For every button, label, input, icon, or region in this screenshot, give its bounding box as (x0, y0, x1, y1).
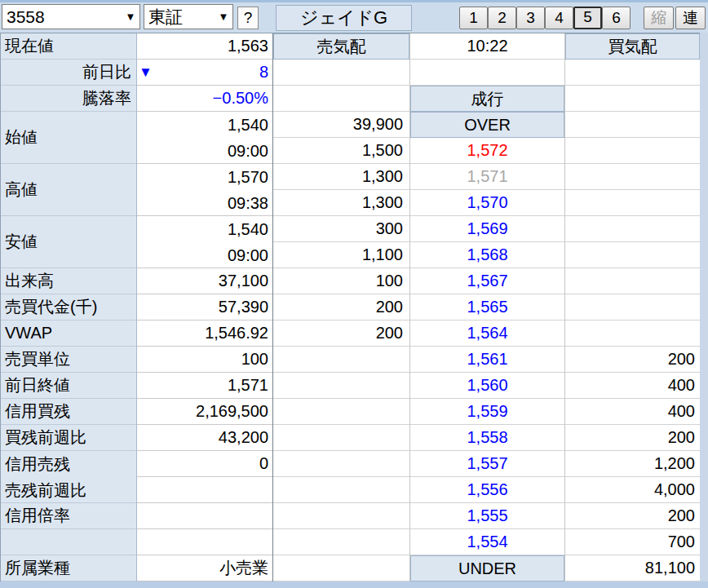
bid-price[interactable]: 1,555 (410, 503, 564, 529)
shrink-button[interactable]: 縮 (644, 7, 674, 29)
bid-qty[interactable]: 400 (565, 399, 700, 425)
quote-board: 現在値 前日比 騰落率 始値 高値 安値 出来高 売買代金(千) VWAP 売買… (0, 33, 700, 581)
bid-price[interactable]: 1,554 (410, 529, 564, 555)
label-margin-buy-wow: 買残前週比 (1, 425, 136, 451)
ask-qty[interactable]: 100 (273, 268, 409, 294)
market-value: 東証 (144, 6, 215, 29)
market-order-cell[interactable]: 成行 (410, 86, 564, 112)
bid-price[interactable]: 1,561 (410, 347, 564, 373)
window-bottom-edge (0, 581, 708, 588)
ask-price[interactable]: 1,572 (410, 138, 564, 164)
ask-price[interactable]: 1,565 (410, 294, 564, 321)
bid-qty[interactable]: 200 (565, 347, 700, 373)
label-low: 安値 (1, 216, 136, 268)
stock-name: ジェイドG (276, 5, 412, 31)
ask-price[interactable]: 1,568 (410, 242, 564, 268)
ask-qty[interactable]: 1,300 (273, 164, 409, 190)
value-turnover: 57,390 (137, 294, 272, 321)
label-margin-sell-group: 信用売残 売残前週比 (1, 451, 136, 503)
sell-empty (273, 425, 409, 451)
page-button-1[interactable]: 1 (459, 7, 488, 29)
sell-empty (273, 529, 409, 555)
page-button-5-active[interactable]: 5 (573, 7, 602, 29)
ask-price[interactable]: 1,567 (410, 268, 564, 294)
value-current-price: 1,563 (137, 33, 272, 60)
value-lot-size: 100 (137, 347, 272, 373)
chevron-down-icon: ▼ (215, 5, 232, 29)
value-change: ▼ 8 (137, 60, 272, 86)
price-column: 10:22 成行 OVER 1,572 1,571 1,570 1,569 1,… (409, 33, 565, 581)
bid-qty[interactable]: 400 (565, 373, 700, 399)
label-turnover: 売買代金(千) (1, 294, 136, 321)
over-cell[interactable]: OVER (410, 112, 564, 138)
help-button[interactable]: ? (237, 7, 259, 29)
buy-quantity-column: 買気配 200 400 400 200 1,200 4,000 200 700 … (565, 33, 700, 581)
under-cell[interactable]: UNDER (410, 555, 564, 581)
ask-qty[interactable]: 200 (273, 294, 409, 321)
label-margin-ratio: 信用倍率 (1, 503, 136, 529)
toolbar: 3558 ▼ 東証 ▼ ? ジェイドG 1 2 3 4 5 6 縮 連 (0, 2, 708, 33)
label-open: 始値 (1, 112, 136, 164)
value-low: 1,540 09:00 (137, 216, 272, 268)
low-price: 1,540 (228, 216, 268, 242)
ask-qty[interactable]: 1,300 (273, 190, 409, 216)
buy-empty (565, 294, 700, 321)
label-blank (1, 529, 136, 555)
buy-empty (565, 138, 700, 164)
bid-price[interactable]: 1,560 (410, 373, 564, 399)
label-margin-sell-wow: 売残前週比 (5, 477, 136, 503)
label-lot-size: 売買単位 (1, 347, 136, 373)
value-margin-buy: 2,169,500 (137, 399, 272, 425)
sell-empty (273, 477, 409, 503)
bid-qty[interactable]: 200 (565, 503, 700, 529)
buy-empty (565, 60, 700, 86)
bid-price[interactable]: 1,558 (410, 425, 564, 451)
ask-qty[interactable]: 200 (273, 321, 409, 347)
bid-qty[interactable]: 200 (565, 425, 700, 451)
buy-empty (565, 321, 700, 347)
label-industry: 所属業種 (1, 555, 136, 581)
buy-empty (565, 268, 700, 294)
ask-qty[interactable]: 300 (273, 216, 409, 242)
high-time: 09:38 (228, 190, 268, 216)
label-prev-close: 前日終値 (1, 373, 136, 399)
value-margin-ratio (137, 503, 272, 529)
value-column: 1,563 ▼ 8 −0.50% 1,540 09:00 1,570 09:38… (137, 33, 272, 581)
page-button-2[interactable]: 2 (488, 7, 516, 29)
value-vwap: 1,546.92 (137, 321, 272, 347)
window-right-edge (700, 33, 708, 581)
under-qty[interactable]: 81,100 (565, 555, 700, 581)
value-margin-sell: 0 (137, 451, 272, 477)
bid-qty[interactable]: 700 (565, 529, 700, 555)
page-button-3[interactable]: 3 (516, 7, 545, 29)
sell-empty (273, 373, 409, 399)
ask-price[interactable]: 1,569 (410, 216, 564, 242)
ask-price[interactable]: 1,570 (410, 190, 564, 216)
page-button-6[interactable]: 6 (602, 7, 631, 29)
buy-empty (565, 242, 700, 268)
label-vwap: VWAP (1, 321, 136, 347)
bid-qty[interactable]: 4,000 (565, 477, 700, 503)
bid-price[interactable]: 1,556 (410, 477, 564, 503)
page-button-4[interactable]: 4 (545, 7, 573, 29)
value-blank (137, 529, 272, 555)
bid-price[interactable]: 1,557 (410, 451, 564, 477)
price-empty (410, 60, 564, 86)
link-button[interactable]: 連 (675, 7, 706, 29)
ask-price[interactable]: 1,564 (410, 321, 564, 347)
stock-code-combobox[interactable]: 3558 ▼ (2, 4, 140, 29)
label-current-price: 現在値 (1, 33, 136, 60)
bid-qty[interactable]: 1,200 (565, 451, 700, 477)
ask-price[interactable]: 1,571 (410, 164, 564, 190)
ask-qty[interactable]: 1,500 (273, 138, 409, 164)
market-combobox[interactable]: 東証 ▼ (144, 4, 233, 29)
open-price: 1,540 (228, 112, 268, 138)
buy-header: 買気配 (565, 33, 700, 60)
ask-qty[interactable]: 1,100 (273, 242, 409, 268)
value-margin-sell-wow (137, 477, 272, 503)
bid-price[interactable]: 1,559 (410, 399, 564, 425)
over-qty[interactable]: 39,900 (273, 112, 409, 138)
label-change: 前日比 (1, 60, 136, 86)
sell-quantity-column: 売気配 39,900 1,500 1,300 1,300 300 1,100 1… (272, 33, 409, 581)
label-high: 高値 (1, 164, 136, 216)
